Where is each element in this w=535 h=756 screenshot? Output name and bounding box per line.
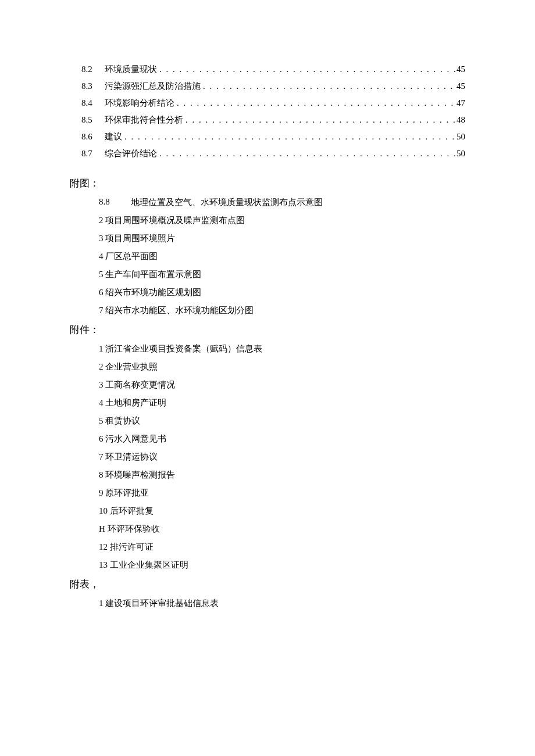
futu-list: 8.8 地理位置及空气、水环境质量现状监测布点示意图 2 项目周围环境概况及噪声… [70,197,465,316]
toc-title: 污染源强汇总及防治措施 [105,81,201,92]
toc-number: 8.3 [81,81,105,91]
list-item: 2 项目周围环境概况及噪声监测布点图 [99,215,465,226]
list-item: 6 污水入网意见书 [99,433,465,445]
toc-title: 环保审批符合性分析 [105,114,183,126]
section-heading-futu: 附图： [70,177,465,190]
toc-number: 8.6 [81,132,105,142]
toc-title: 环境质量现状 [105,64,157,75]
list-item: 13 工业企业集聚区证明 [99,560,465,571]
list-item: H 环评环保验收 [99,524,465,535]
document-page: 8.2 环境质量现状 . . . . . . . . . . . . . . .… [0,0,535,609]
toc-title: 建议 [105,131,122,142]
list-item: 5 生产车间平面布置示意图 [99,269,465,280]
toc-leader: . . . . . . . . . . . . . . . . . . . . … [157,149,456,159]
list-item: 10 后环评批复 [99,506,465,517]
section-heading-fubiao: 附表， [70,578,465,591]
toc-title: 综合评价结论 [105,148,157,159]
fubiao-list: 1 建设项目环评审批基础信息表 [70,598,465,609]
fujian-list: 1 浙江省企业项目投资备案（赋码）信息表 2 企业营业执照 3 工商名称变更情况… [70,343,465,571]
toc-number: 8.5 [81,115,105,125]
list-item: 6 绍兴市环境功能区规划图 [99,287,465,298]
list-item: 7 环卫清运协议 [99,452,465,463]
toc-number: 8.7 [81,149,105,159]
toc-page-number: 50 [456,149,465,159]
list-item: 8 环境噪声检测报告 [99,470,465,481]
toc-row: 8.5 环保审批符合性分析 . . . . . . . . . . . . . … [70,114,465,126]
list-item-number: 8.8 [99,197,131,208]
toc-leader: . . . . . . . . . . . . . . . . . . . . … [183,115,456,125]
toc-row: 8.3 污染源强汇总及防治措施 . . . . . . . . . . . . … [70,81,465,92]
toc-row: 8.2 环境质量现状 . . . . . . . . . . . . . . .… [70,64,465,75]
list-item: 4 土地和房产证明 [99,397,465,409]
list-item: 8.8 地理位置及空气、水环境质量现状监测布点示意图 [99,197,465,208]
list-item: 9 原环评批亚 [99,488,465,499]
list-item: 1 建设项目环评审批基础信息表 [99,598,465,609]
toc-leader: . . . . . . . . . . . . . . . . . . . . … [157,65,456,74]
toc-page-number: 45 [456,81,465,91]
toc-row: 8.7 综合评价结论 . . . . . . . . . . . . . . .… [70,148,465,159]
list-item: 2 企业营业执照 [99,361,465,372]
list-item: 3 项目周围环境照片 [99,233,465,244]
list-item: 12 排污许可证 [99,542,465,553]
list-item-text: 地理位置及空气、水环境质量现状监测布点示意图 [131,197,323,208]
toc-leader: . . . . . . . . . . . . . . . . . . . . … [122,132,456,142]
toc-page-number: 47 [456,98,465,108]
list-item: 4 厂区总平面图 [99,251,465,262]
list-item: 3 工商名称变更情况 [99,379,465,390]
toc-leader: . . . . . . . . . . . . . . . . . . . . … [174,98,456,108]
toc-number: 8.2 [81,65,105,74]
toc-title: 环境影响分析结论 [105,98,174,109]
list-item: 7 绍兴市水功能区、水环境功能区划分图 [99,305,465,316]
toc-page-number: 45 [456,65,465,74]
toc-row: 8.4 环境影响分析结论 . . . . . . . . . . . . . .… [70,98,465,109]
list-item: 1 浙江省企业项目投资备案（赋码）信息表 [99,343,465,354]
section-heading-fujian: 附件： [70,323,465,336]
toc-row: 8.6 建议 . . . . . . . . . . . . . . . . .… [70,131,465,142]
toc-page-number: 50 [456,132,465,142]
toc-leader: . . . . . . . . . . . . . . . . . . . . … [201,81,456,91]
toc-number: 8.4 [81,98,105,108]
toc-page-number: 48 [456,115,465,125]
list-item: 5 租赁协议 [99,415,465,427]
